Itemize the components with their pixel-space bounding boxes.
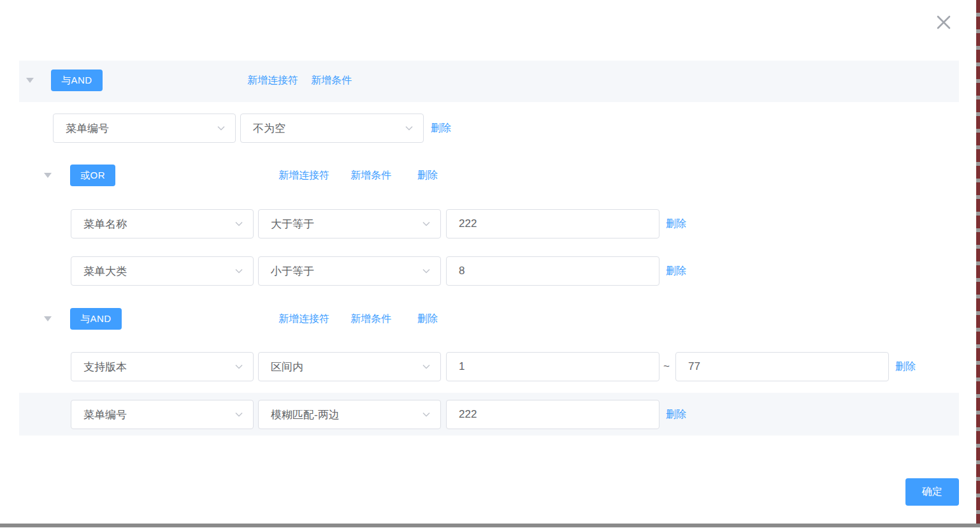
confirm-button[interactable]: 确定 (905, 478, 959, 506)
chevron-down-icon (404, 123, 414, 133)
condition3-operator-value: 小于等于 (271, 264, 314, 279)
group-and2-collapse-caret-icon[interactable] (44, 316, 52, 321)
group-and2-add-connector-link[interactable]: 新增连接符 (278, 312, 329, 326)
condition3-field-select[interactable]: 菜单大类 (71, 256, 254, 286)
chevron-down-icon (421, 266, 431, 276)
group-or-collapse-caret-icon[interactable] (44, 173, 52, 178)
condition4-range-from-input[interactable] (446, 352, 659, 381)
condition4-range-to-input[interactable] (675, 352, 889, 381)
condition4-field-value: 支持版本 (83, 360, 127, 374)
condition5-field-value: 菜单编号 (83, 407, 127, 422)
window-right-edge-stripe (976, 0, 980, 524)
condition4-operator-select[interactable]: 区间内 (258, 352, 441, 381)
window-bottom-edge (0, 524, 980, 527)
condition5-value-input[interactable] (446, 400, 659, 429)
chevron-down-icon (234, 219, 244, 229)
condition-builder-dialog: 与AND 新增连接符 新增条件 菜单编号 不为空 删除 或OR 新增连接符 新增… (0, 0, 980, 528)
condition2-field-select[interactable]: 菜单名称 (71, 209, 254, 238)
condition4-delete-link[interactable]: 删除 (895, 360, 916, 374)
condition5-delete-link[interactable]: 删除 (666, 407, 686, 422)
chevron-down-icon (234, 266, 244, 276)
condition1-operator-select[interactable]: 不为空 (240, 114, 424, 143)
condition4-operator-value: 区间内 (271, 360, 303, 374)
condition3-operator-select[interactable]: 小于等于 (258, 256, 441, 286)
range-separator: ~ (663, 360, 670, 374)
chevron-down-icon (234, 362, 244, 372)
condition2-operator-value: 大于等于 (271, 217, 314, 231)
chevron-down-icon (421, 219, 431, 229)
condition2-value-input[interactable] (446, 209, 659, 238)
condition1-field-select[interactable]: 菜单编号 (53, 114, 236, 143)
group-or-add-condition-link[interactable]: 新增条件 (350, 168, 391, 182)
close-button[interactable] (932, 10, 956, 34)
group-and2-connector-badge[interactable]: 与AND (70, 308, 122, 330)
condition4-field-select[interactable]: 支持版本 (71, 352, 254, 381)
condition3-delete-link[interactable]: 删除 (666, 264, 686, 278)
condition3-field-value: 菜单大类 (83, 264, 127, 279)
chevron-down-icon (216, 123, 226, 133)
condition5-field-select[interactable]: 菜单编号 (71, 400, 254, 429)
condition1-operator-value: 不为空 (253, 121, 285, 136)
chevron-down-icon (421, 409, 431, 420)
chevron-down-icon (234, 409, 244, 420)
group-or-add-connector-link[interactable]: 新增连接符 (278, 168, 329, 182)
group-and2-add-condition-link[interactable]: 新增条件 (350, 312, 391, 326)
condition2-delete-link[interactable]: 删除 (666, 217, 686, 231)
group-and2-delete-link[interactable]: 删除 (417, 312, 438, 326)
condition2-field-value: 菜单名称 (83, 217, 127, 231)
group-root-band (19, 61, 959, 102)
condition5-operator-select[interactable]: 模糊匹配-两边 (258, 400, 441, 429)
close-icon (932, 11, 955, 34)
condition1-field-value: 菜单编号 (66, 121, 109, 136)
group-root-collapse-caret-icon[interactable] (26, 78, 34, 83)
group-or-connector-badge[interactable]: 或OR (70, 165, 115, 186)
condition5-operator-value: 模糊匹配-两边 (271, 407, 340, 422)
condition1-delete-link[interactable]: 删除 (431, 121, 451, 135)
condition2-operator-select[interactable]: 大于等于 (258, 209, 441, 238)
condition3-value-input[interactable] (446, 256, 659, 286)
group-or-delete-link[interactable]: 删除 (417, 168, 438, 182)
group-root-add-condition-link[interactable]: 新增条件 (311, 73, 352, 87)
group-root-connector-badge[interactable]: 与AND (51, 70, 103, 91)
group-root-add-connector-link[interactable]: 新增连接符 (247, 73, 298, 87)
chevron-down-icon (421, 362, 431, 372)
